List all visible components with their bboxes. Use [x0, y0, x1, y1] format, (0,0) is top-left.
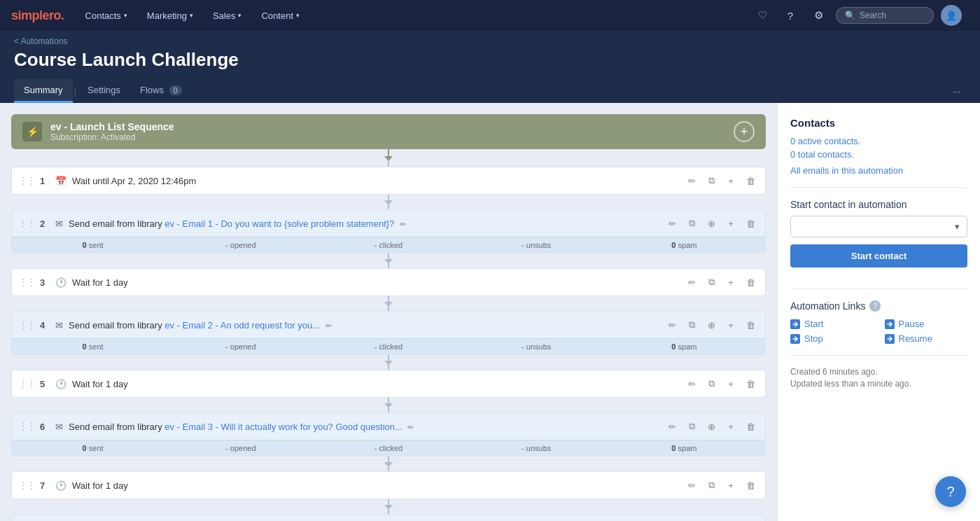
email-link[interactable]: ev - Email 3 - Will it actually work for…	[164, 422, 402, 432]
nav-content[interactable]: Content ▾	[254, 6, 307, 25]
pencil-icon[interactable]: ✏	[400, 220, 406, 228]
divider	[790, 289, 967, 289]
copy2-button[interactable]: ⊕	[704, 216, 719, 231]
copy-button[interactable]: ⧉	[704, 376, 719, 391]
edit-button[interactable]: ✏	[664, 317, 680, 333]
nav-contacts[interactable]: Contacts ▾	[78, 6, 134, 25]
delete-button[interactable]: 🗑	[743, 216, 758, 231]
drag-handle[interactable]: ⋮⋮	[19, 379, 36, 389]
copy-button[interactable]: ⧉	[704, 275, 719, 290]
edit-button[interactable]: ✏	[684, 478, 699, 493]
drag-handle[interactable]: ⋮⋮	[19, 480, 36, 490]
start-contact-dropdown[interactable]: ▾	[790, 216, 967, 237]
envelope-icon: ✉	[55, 422, 63, 432]
search-input[interactable]: 🔍 Search	[836, 7, 934, 24]
start-contact-button[interactable]: Start contact	[790, 244, 967, 268]
add-button[interactable]: +	[723, 317, 738, 333]
delete-button[interactable]: 🗑	[743, 376, 758, 391]
logo[interactable]: simplero.	[11, 8, 64, 23]
edit-button[interactable]: ✏	[664, 419, 680, 434]
stat-opened: - opened	[167, 443, 314, 454]
tab-divider: |	[74, 86, 76, 97]
tab-flows[interactable]: Flows 0	[130, 79, 192, 103]
step-actions: ✏ ⧉ ⊕ + 🗑	[664, 216, 758, 231]
more-options-button[interactable]: ···	[947, 83, 966, 99]
search-icon: 🔍	[845, 11, 855, 20]
email-link[interactable]: ev - Email 1 - Do you want to {solve pro…	[164, 218, 394, 229]
add-button[interactable]: +	[723, 275, 738, 290]
copy-button[interactable]: ⧉	[684, 317, 699, 333]
drag-handle[interactable]: ⋮⋮	[19, 320, 36, 330]
breadcrumb[interactable]: < Automations	[14, 36, 966, 46]
auto-link-stop[interactable]: Stop	[790, 333, 874, 344]
nav-marketing[interactable]: Marketing ▾	[140, 6, 200, 25]
chevron-down-icon: ▾	[124, 12, 127, 19]
connector-1	[11, 195, 766, 209]
copy2-button[interactable]: ⊕	[704, 419, 719, 434]
updated-text: Updated less than a minute ago.	[790, 379, 967, 389]
help-icon[interactable]: ?	[780, 5, 801, 26]
clock-icon: 🕐	[55, 277, 66, 288]
edit-button[interactable]: ✏	[664, 216, 680, 231]
auto-link-pause[interactable]: Pause	[885, 319, 968, 329]
add-button[interactable]: +	[723, 376, 738, 391]
start-section-label: Start contact in automation	[790, 199, 967, 210]
drag-handle[interactable]: ⋮⋮	[19, 218, 36, 228]
drag-handle[interactable]: ⋮⋮	[19, 277, 36, 287]
copy-button[interactable]: ⧉	[704, 173, 719, 188]
nav-sales[interactable]: Sales ▾	[206, 6, 249, 25]
divider	[790, 355, 967, 356]
delete-button[interactable]: 🗑	[743, 173, 758, 188]
step-number: 1	[40, 176, 50, 186]
drag-handle[interactable]: ⋮⋮	[19, 176, 36, 186]
add-button[interactable]: +	[723, 478, 738, 493]
trigger-add-button[interactable]: +	[734, 121, 755, 142]
auto-link-start[interactable]: Start	[790, 319, 874, 329]
contacts-section-title: Contacts	[790, 117, 967, 129]
add-button[interactable]: +	[723, 419, 738, 434]
trigger-info: ev - Launch List Sequence Subscription: …	[50, 121, 734, 142]
delete-button[interactable]: 🗑	[743, 317, 758, 333]
help-icon[interactable]: ?	[869, 300, 881, 312]
connector-3	[11, 296, 766, 311]
delete-button[interactable]: 🗑	[743, 478, 758, 493]
step-number: 2	[40, 218, 50, 229]
total-contacts-link[interactable]: 0 total contacts.	[790, 149, 967, 160]
chevron-down-icon: ▾	[955, 221, 960, 232]
stat-opened: - opened	[167, 341, 314, 352]
edit-button[interactable]: ✏	[684, 173, 699, 188]
edit-button[interactable]: ✏	[684, 275, 699, 290]
pencil-icon[interactable]: ✏	[326, 321, 332, 330]
drag-handle[interactable]: ⋮⋮	[19, 422, 36, 431]
pencil-icon[interactable]: ✏	[407, 423, 414, 431]
add-button[interactable]: +	[723, 216, 738, 231]
tab-summary[interactable]: Summary	[14, 79, 73, 103]
edit-button[interactable]: ✏	[684, 376, 699, 391]
copy-button[interactable]: ⧉	[684, 216, 699, 231]
email-link[interactable]: ev - Email 2 - An odd request for you...	[164, 320, 320, 331]
step-label: Wait for 1 day	[72, 379, 684, 389]
all-emails-link[interactable]: All emails in this automation	[790, 165, 967, 176]
settings-icon[interactable]: ⚙	[808, 5, 829, 26]
step-row: ⋮⋮ 4 ✉ Send email from library ev - Emai…	[11, 311, 766, 355]
delete-button[interactable]: 🗑	[743, 419, 758, 434]
active-contacts-link[interactable]: 0 active contacts.	[790, 136, 967, 146]
stat-unsubs: - unsubs	[463, 443, 610, 454]
clock-icon: 🕐	[55, 379, 66, 389]
copy2-button[interactable]: ⊕	[704, 317, 719, 333]
copy-button[interactable]: ⧉	[684, 419, 699, 434]
add-button[interactable]: +	[723, 173, 738, 188]
auto-link-resume[interactable]: Resume	[885, 333, 968, 344]
copy-button[interactable]: ⧉	[704, 478, 719, 493]
tab-settings[interactable]: Settings	[78, 79, 130, 103]
chat-float-button[interactable]: ?	[935, 476, 966, 507]
delete-button[interactable]: 🗑	[743, 275, 758, 290]
link-icon	[885, 319, 895, 329]
avatar[interactable]: 👤	[941, 5, 962, 26]
stat-sent: 0 sent	[19, 341, 167, 352]
email-stats: 0 sent - opened - clicked - unsubs 0 spa…	[12, 440, 765, 456]
trigger-block[interactable]: ⚡ ev - Launch List Sequence Subscription…	[11, 114, 766, 149]
stat-clicked: - clicked	[314, 239, 462, 251]
stat-unsubs: - unsubs	[463, 341, 610, 352]
heart-icon[interactable]: ♡	[752, 5, 773, 26]
